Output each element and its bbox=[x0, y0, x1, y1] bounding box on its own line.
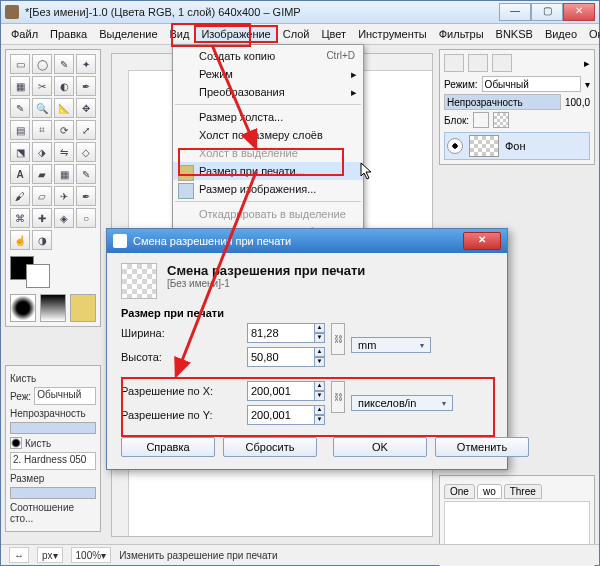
resy-input[interactable]: ▲▼ bbox=[247, 405, 325, 425]
tool-paintbrush[interactable]: 🖌 bbox=[10, 186, 30, 206]
tool-flip[interactable]: ⇋ bbox=[54, 142, 74, 162]
lock-pixels-toggle[interactable] bbox=[473, 112, 489, 128]
tool-paths[interactable]: ✒ bbox=[76, 76, 96, 96]
menu-bnksb[interactable]: BNKSB bbox=[490, 26, 539, 42]
dialog-close-button[interactable]: ✕ bbox=[463, 232, 501, 250]
titlebar: *[Без имени]-1.0 (Цвета RGB, 1 слой) 640… bbox=[1, 1, 599, 24]
tool-crop[interactable]: ⌗ bbox=[32, 120, 52, 140]
tool-dodge[interactable]: ◑ bbox=[32, 230, 52, 250]
size-unit-select[interactable]: mm▾ bbox=[351, 337, 431, 353]
menu-duplicate[interactable]: Создать копиюCtrl+D bbox=[173, 47, 363, 65]
gradient-preview[interactable] bbox=[40, 294, 66, 322]
tab-two[interactable]: wo bbox=[477, 484, 502, 499]
layer-name[interactable]: Фон bbox=[505, 140, 526, 152]
reset-button[interactable]: Сбросить bbox=[223, 437, 317, 457]
tool-by-color[interactable]: ▦ bbox=[10, 76, 30, 96]
statusbar: ↔ px ▾ 100% ▾ Изменить разрешение при пе… bbox=[1, 544, 599, 565]
menu-windows[interactable]: Окна bbox=[583, 26, 600, 42]
tool-ink[interactable]: ✒ bbox=[76, 186, 96, 206]
tool-ellipse-select[interactable]: ◯ bbox=[32, 54, 52, 74]
tool-smudge[interactable]: ☝ bbox=[10, 230, 30, 250]
menu-view[interactable]: Вид bbox=[164, 26, 196, 42]
tool-heal[interactable]: ✚ bbox=[32, 208, 52, 228]
tool-rect-select[interactable]: ▭ bbox=[10, 54, 30, 74]
tool-picker[interactable]: ✎ bbox=[10, 98, 30, 118]
eye-icon[interactable] bbox=[447, 138, 463, 154]
close-button[interactable]: ✕ bbox=[563, 3, 595, 21]
mode-select[interactable]: Обычный bbox=[34, 387, 96, 405]
menu-fit-canvas[interactable]: Холст по размеру слоёв bbox=[173, 126, 363, 144]
tool-shear[interactable]: ⬔ bbox=[10, 142, 30, 162]
menu-scale-image[interactable]: Размер изображения... bbox=[173, 180, 363, 198]
tool-text[interactable]: A bbox=[10, 164, 30, 184]
menu-canvas-size[interactable]: Размер холста... bbox=[173, 108, 363, 126]
menu-transform[interactable]: Преобразования▸ bbox=[173, 83, 363, 101]
height-input[interactable]: ▲▼ bbox=[247, 347, 325, 367]
paths-tab-icon[interactable] bbox=[492, 54, 512, 72]
menu-file[interactable]: Файл bbox=[5, 26, 44, 42]
menu-video[interactable]: Видео bbox=[539, 26, 583, 42]
tool-blend[interactable]: ▦ bbox=[54, 164, 74, 184]
brush-name-field[interactable]: 2. Hardness 050 bbox=[10, 452, 96, 470]
menu-select[interactable]: Выделение bbox=[93, 26, 163, 42]
menu-image[interactable]: Изображение bbox=[195, 26, 276, 42]
ok-button[interactable]: OK bbox=[333, 437, 427, 457]
tool-move[interactable]: ✥ bbox=[76, 98, 96, 118]
menu-filters[interactable]: Фильтры bbox=[433, 26, 490, 42]
nav-arrow-icon[interactable]: ↔ bbox=[9, 547, 29, 563]
unit-select[interactable]: px ▾ bbox=[37, 547, 63, 563]
help-button[interactable]: Справка bbox=[121, 437, 215, 457]
tab-one[interactable]: One bbox=[444, 484, 475, 499]
tool-blur[interactable]: ○ bbox=[76, 208, 96, 228]
opacity-label: Непрозрачность bbox=[10, 408, 86, 419]
menu-edit[interactable]: Правка bbox=[44, 26, 93, 42]
tool-fuzzy-select[interactable]: ✦ bbox=[76, 54, 96, 74]
menu-layer[interactable]: Слой bbox=[277, 26, 316, 42]
print-size-icon bbox=[178, 165, 194, 181]
layers-tab-icon[interactable] bbox=[444, 54, 464, 72]
menu-color[interactable]: Цвет bbox=[315, 26, 352, 42]
menu-mode[interactable]: Режим▸ bbox=[173, 65, 363, 83]
tool-scale[interactable]: ⤢ bbox=[76, 120, 96, 140]
maximize-button[interactable]: ▢ bbox=[531, 3, 563, 21]
menu-print-size[interactable]: Размер при печати... bbox=[173, 162, 363, 180]
tool-align[interactable]: ▤ bbox=[10, 120, 30, 140]
tool-foreground[interactable]: ◐ bbox=[54, 76, 74, 96]
menu-tools[interactable]: Инструменты bbox=[352, 26, 433, 42]
minimize-button[interactable]: — bbox=[499, 3, 531, 21]
tool-perspective-clone[interactable]: ◈ bbox=[54, 208, 74, 228]
tool-measure[interactable]: 📐 bbox=[54, 98, 74, 118]
opacity-slider[interactable] bbox=[10, 422, 96, 434]
tool-cage[interactable]: ◇ bbox=[76, 142, 96, 162]
tool-zoom[interactable]: 🔍 bbox=[32, 98, 52, 118]
chain-size-icon[interactable]: ⛓ bbox=[331, 323, 345, 355]
lock-alpha-toggle[interactable] bbox=[493, 112, 509, 128]
panel-menu-icon[interactable]: ▸ bbox=[584, 57, 590, 70]
tool-pencil[interactable]: ✎ bbox=[76, 164, 96, 184]
tool-free-select[interactable]: ✎ bbox=[54, 54, 74, 74]
layer-mode-select[interactable]: Обычный bbox=[482, 76, 581, 92]
zoom-select[interactable]: 100% ▾ bbox=[71, 547, 112, 563]
tool-scissors[interactable]: ✂ bbox=[32, 76, 52, 96]
width-input[interactable]: ▲▼ bbox=[247, 323, 325, 343]
layer-row[interactable]: Фон bbox=[444, 132, 590, 160]
tool-airbrush[interactable]: ✈ bbox=[54, 186, 74, 206]
bg-color-swatch[interactable] bbox=[26, 264, 50, 288]
tool-eraser[interactable]: ▱ bbox=[32, 186, 52, 206]
brush-preview[interactable] bbox=[10, 294, 36, 322]
chain-res-icon[interactable]: ⛓ bbox=[331, 381, 345, 413]
tool-perspective[interactable]: ⬗ bbox=[32, 142, 52, 162]
resx-input[interactable]: ▲▼ bbox=[247, 381, 325, 401]
tab-three[interactable]: Three bbox=[504, 484, 542, 499]
color-swatches[interactable] bbox=[10, 256, 96, 288]
size-slider[interactable] bbox=[10, 487, 96, 499]
tool-rotate[interactable]: ⟳ bbox=[54, 120, 74, 140]
tool-clone[interactable]: ⌘ bbox=[10, 208, 30, 228]
pattern-preview[interactable] bbox=[70, 294, 96, 322]
res-unit-select[interactable]: пикселов/in▾ bbox=[351, 395, 453, 411]
dialog-subtext: [Без имени]-1 bbox=[167, 278, 365, 289]
tool-bucket[interactable]: ▰ bbox=[32, 164, 52, 184]
layer-opacity-slider[interactable]: Непрозрачность bbox=[444, 94, 561, 110]
cancel-button[interactable]: Отменить bbox=[435, 437, 529, 457]
channels-tab-icon[interactable] bbox=[468, 54, 488, 72]
